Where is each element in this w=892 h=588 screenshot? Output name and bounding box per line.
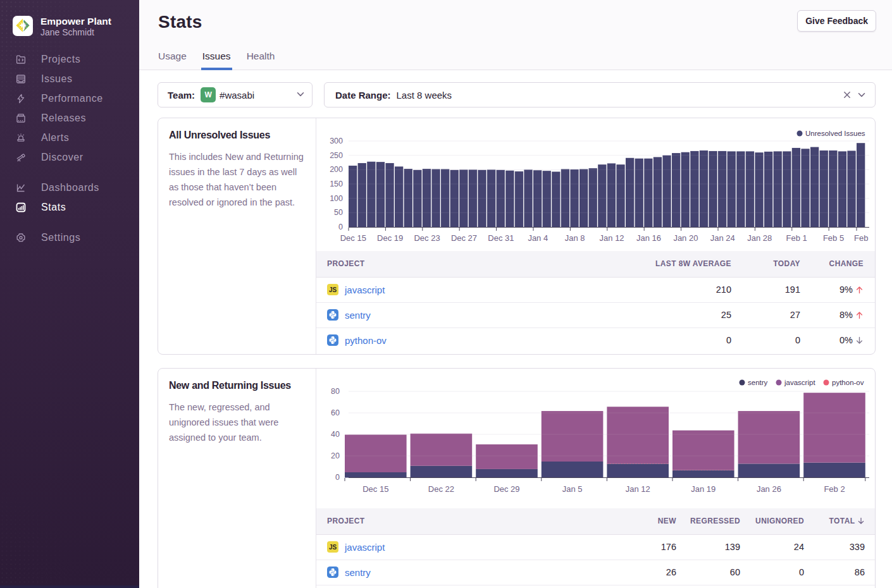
svg-text:Dec 23: Dec 23: [414, 233, 440, 243]
svg-text:Jan 28: Jan 28: [747, 233, 772, 243]
svg-text:20: 20: [331, 451, 340, 460]
svg-text:0: 0: [338, 223, 343, 231]
svg-text:Jan 5: Jan 5: [562, 484, 583, 494]
svg-text:Jan 24: Jan 24: [710, 233, 735, 243]
svg-text:Jan 12: Jan 12: [600, 233, 624, 243]
svg-text:Dec 15: Dec 15: [340, 233, 366, 243]
svg-text:Jan 20: Jan 20: [673, 233, 698, 243]
svg-text:150: 150: [330, 180, 343, 188]
svg-text:Jan 19: Jan 19: [691, 484, 715, 494]
svg-text:Jan 8: Jan 8: [565, 233, 585, 243]
svg-text:40: 40: [331, 430, 340, 439]
svg-text:100: 100: [330, 194, 343, 203]
svg-text:Dec 19: Dec 19: [377, 233, 403, 243]
svg-text:250: 250: [330, 151, 343, 160]
svg-text:Dec 31: Dec 31: [488, 233, 514, 243]
svg-text:Dec 27: Dec 27: [451, 233, 477, 243]
svg-text:Jan 16: Jan 16: [636, 233, 661, 243]
svg-text:Feb 5: Feb 5: [823, 233, 844, 243]
svg-text:JS: JS: [329, 544, 337, 551]
svg-text:JS: JS: [329, 286, 337, 293]
svg-text:Dec 29: Dec 29: [493, 484, 519, 494]
svg-text:Jan 12: Jan 12: [626, 484, 650, 494]
svg-text:Feb: Feb: [854, 233, 868, 243]
svg-text:javascript: javascript: [784, 379, 815, 386]
svg-text:300: 300: [330, 137, 343, 145]
svg-text:Jan 26: Jan 26: [757, 484, 781, 494]
svg-text:sentry: sentry: [748, 379, 768, 386]
svg-text:80: 80: [331, 387, 340, 396]
svg-text:Unresolved Issues: Unresolved Issues: [805, 130, 865, 137]
svg-text:python-ov: python-ov: [832, 379, 864, 386]
svg-text:200: 200: [330, 165, 343, 174]
svg-text:50: 50: [334, 208, 343, 217]
svg-text:Feb 2: Feb 2: [824, 484, 845, 494]
svg-text:Jan 4: Jan 4: [528, 233, 548, 243]
svg-text:60: 60: [331, 408, 340, 417]
svg-text:Feb 1: Feb 1: [786, 233, 807, 243]
svg-text:0: 0: [335, 473, 340, 482]
svg-text:Dec 15: Dec 15: [362, 484, 388, 494]
svg-text:Dec 22: Dec 22: [428, 484, 454, 494]
